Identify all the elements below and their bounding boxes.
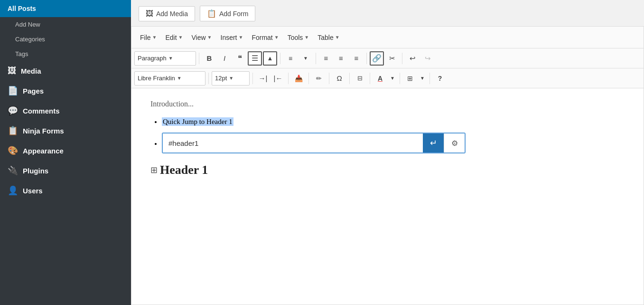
- sidebar-item-categories[interactable]: Categories: [0, 32, 131, 47]
- menu-item-insert-label: Insert: [221, 34, 237, 41]
- sidebar-item-label: Appearance: [23, 147, 64, 155]
- indent-button[interactable]: →|: [256, 71, 270, 86]
- blockquote-button[interactable]: ❝: [233, 51, 247, 66]
- sidebar-item-appearance[interactable]: 🎨 Appearance: [0, 141, 131, 161]
- sidebar: All Posts Add New Categories Tags 🖼 Medi…: [0, 0, 131, 305]
- plugins-icon: 🔌: [8, 165, 18, 176]
- paragraph-select-value: Paragraph: [138, 55, 167, 62]
- add-media-button[interactable]: 🖼 Add Media: [139, 6, 195, 21]
- align-center-button[interactable]: ≡: [334, 51, 348, 66]
- redo-button[interactable]: ↪: [420, 51, 435, 66]
- add-form-button[interactable]: 📋 Add Form: [200, 6, 255, 21]
- intro-text: Introduction...: [150, 100, 194, 108]
- sidebar-item-label: Users: [23, 187, 43, 195]
- sidebar-item-ninja-forms[interactable]: 📋 Ninja Forms: [0, 121, 131, 141]
- menu-item-table[interactable]: Table ▼: [314, 32, 343, 43]
- sidebar-item-label: Add New: [15, 21, 40, 28]
- undo-button[interactable]: ↩: [405, 51, 420, 66]
- size-select[interactable]: 12pt ▼: [212, 71, 250, 86]
- font-color-arrow[interactable]: ▼: [388, 71, 397, 86]
- sidebar-item-tags[interactable]: Tags: [0, 47, 131, 61]
- sidebar-item-users[interactable]: 👤 Users: [0, 181, 131, 200]
- align-right-button[interactable]: ≡: [349, 51, 364, 66]
- outdent-button[interactable]: |←: [271, 71, 285, 86]
- menu-item-file-label: File: [140, 34, 151, 41]
- italic-button[interactable]: I: [217, 51, 232, 66]
- media-icon: 🖼: [8, 66, 16, 76]
- separator-10: [329, 73, 329, 84]
- toolbar-row-1: Paragraph ▼ B I ❝ ☰ ▲ ≡ ▼ ≡ ≡ ≡ 🔗 ✂ ↩ ↪: [131, 48, 644, 68]
- link-input[interactable]: [163, 133, 423, 152]
- list-item-1: Quick Jump to Header 1: [162, 118, 625, 126]
- table-button[interactable]: ⊞: [403, 71, 417, 86]
- font-color-button[interactable]: A: [373, 71, 387, 86]
- sidebar-item-pages[interactable]: 📄 Pages: [0, 81, 131, 101]
- font-select-arrow: ▼: [177, 76, 182, 81]
- bold-button[interactable]: B: [202, 51, 216, 66]
- quick-jump-link-text[interactable]: Quick Jump to Header 1: [162, 117, 233, 126]
- ordered-list-arrow-button[interactable]: ▼: [299, 51, 313, 66]
- separator-5: [402, 53, 402, 64]
- editor-wrapper: File ▼ Edit ▼ View ▼ Insert ▼ Format ▼ T…: [131, 26, 644, 305]
- align-left-button[interactable]: ≡: [319, 51, 333, 66]
- separator-14: [429, 73, 430, 84]
- sidebar-item-comments[interactable]: 💬 Comments: [0, 101, 131, 121]
- omega-button[interactable]: Ω: [332, 71, 346, 86]
- paragraph-select-arrow: ▼: [168, 56, 173, 61]
- insert-page-break-button[interactable]: 📥: [291, 71, 306, 86]
- sidebar-item-label: Media: [21, 67, 41, 75]
- sidebar-item-add-new[interactable]: Add New: [0, 17, 131, 32]
- separator-3: [316, 53, 316, 64]
- separator-8: [288, 73, 289, 84]
- users-icon: 👤: [8, 185, 18, 196]
- toolbar-row-2: Libre Franklin ▼ 12pt ▼ →| |← 📥 ✏ Ω ⊟ A …: [131, 68, 644, 88]
- separator-4: [366, 53, 367, 64]
- separator-9: [308, 73, 309, 84]
- menu-item-tools-label: Tools: [288, 34, 303, 41]
- menu-item-format-label: Format: [252, 34, 272, 41]
- view-menu-arrow: ▼: [207, 35, 212, 40]
- menu-item-format[interactable]: Format ▼: [248, 32, 282, 43]
- add-media-label: Add Media: [156, 10, 188, 18]
- gear-icon: ⚙: [451, 139, 458, 148]
- link-confirm-button[interactable]: ↵: [423, 133, 444, 153]
- help-button[interactable]: ?: [433, 71, 447, 86]
- add-media-icon: 🖼: [146, 10, 153, 18]
- menu-item-view[interactable]: View ▼: [188, 32, 216, 43]
- format-menu-arrow: ▼: [274, 35, 279, 40]
- editor-content[interactable]: Introduction... Quick Jump to Header 1 ↵…: [131, 88, 644, 305]
- file-menu-arrow: ▼: [152, 35, 157, 40]
- editor-intro: Introduction...: [150, 100, 625, 108]
- size-select-value: 12pt: [215, 75, 227, 82]
- link-button[interactable]: 🔗: [370, 51, 384, 66]
- unlink-button[interactable]: ✂: [385, 51, 399, 66]
- sidebar-item-all-posts[interactable]: All Posts: [0, 0, 131, 17]
- font-select[interactable]: Libre Franklin ▼: [134, 71, 205, 86]
- sidebar-item-label: Categories: [15, 36, 45, 43]
- table-arrow[interactable]: ▼: [418, 71, 427, 86]
- size-select-arrow: ▼: [229, 76, 233, 81]
- sidebar-item-plugins[interactable]: 🔌 Plugins: [0, 161, 131, 181]
- sidebar-item-label: Plugins: [23, 167, 48, 175]
- unordered-list-button[interactable]: ☰: [248, 51, 262, 66]
- font-select-value: Libre Franklin: [138, 75, 175, 82]
- sidebar-item-media[interactable]: 🖼 Media: [0, 61, 131, 81]
- menu-item-edit[interactable]: Edit ▼: [161, 32, 187, 43]
- menu-item-file[interactable]: File ▼: [136, 32, 160, 43]
- sidebar-item-label: Tags: [15, 50, 28, 57]
- add-form-label: Add Form: [219, 10, 248, 18]
- sidebar-item-label: Pages: [23, 87, 44, 95]
- menu-item-tools[interactable]: Tools ▼: [284, 32, 313, 43]
- paragraph-select[interactable]: Paragraph ▼: [134, 51, 196, 66]
- ordered-list-button[interactable]: ≡: [283, 51, 298, 66]
- sidebar-item-label: Comments: [23, 107, 60, 115]
- menu-item-insert[interactable]: Insert ▼: [217, 32, 247, 43]
- top-bar: 🖼 Add Media 📋 Add Form: [131, 0, 644, 26]
- eraser-button[interactable]: ✏: [312, 71, 326, 86]
- list-up-button[interactable]: ▲: [263, 51, 277, 66]
- enter-icon: ↵: [430, 138, 437, 148]
- editor-header1: ⊞ Header 1: [150, 163, 625, 177]
- horizontal-rule-button[interactable]: ⊟: [353, 71, 367, 86]
- link-settings-button[interactable]: ⚙: [444, 133, 465, 153]
- appearance-icon: 🎨: [8, 145, 18, 156]
